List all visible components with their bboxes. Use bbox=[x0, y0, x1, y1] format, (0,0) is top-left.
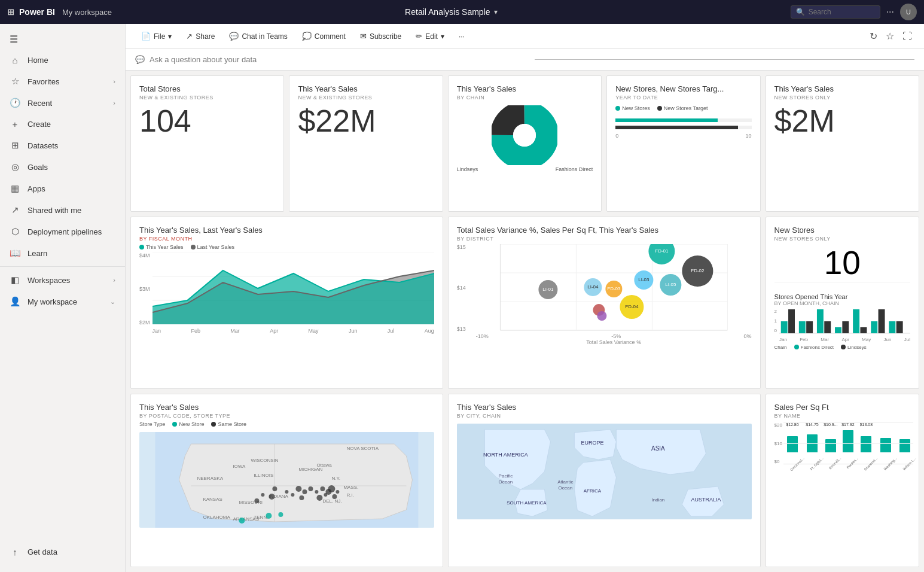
stores-opened-subtitle: BY OPEN MONTH, CHAIN bbox=[774, 300, 910, 306]
qa-bar: 💬 bbox=[126, 49, 924, 71]
postal-subtitle: BY POSTAL CODE, STORE TYPE bbox=[139, 413, 434, 419]
ns-target-title: New Stores, New Stores Targ... bbox=[615, 84, 751, 93]
svg-text:IOWA: IOWA bbox=[233, 464, 246, 469]
chat-button[interactable]: 💬 Chat in Teams bbox=[223, 29, 293, 44]
share-icon: ↗ bbox=[186, 32, 193, 41]
search-box[interactable]: 🔍 bbox=[791, 5, 880, 19]
svg-point-34 bbox=[597, 311, 606, 321]
svg-text:WISCONSIN: WISCONSIN bbox=[251, 458, 278, 463]
card-fiscal-month[interactable]: This Year's Sales, Last Year's Sales BY … bbox=[130, 217, 443, 390]
svg-text:DEL.: DEL. bbox=[322, 498, 333, 504]
svg-text:FD-01: FD-01 bbox=[655, 248, 669, 254]
card-postal[interactable]: This Year's Sales BY POSTAL CODE, STORE … bbox=[130, 394, 443, 567]
grid-icon[interactable]: ⊞ bbox=[7, 7, 14, 17]
topbar: ⊞ Power BI My workspace Retail Analysis … bbox=[0, 0, 924, 24]
svg-point-81 bbox=[295, 486, 301, 492]
qa-input[interactable] bbox=[150, 55, 530, 64]
sidebar-item-favorites[interactable]: ☆ Favorites › bbox=[0, 71, 125, 92]
target-track-new bbox=[615, 118, 751, 122]
us-map-svg: WISCONSIN NOVA SCOTIA NEBRASKA ILLINOIS … bbox=[139, 432, 434, 528]
sidebar-label-datasets: Datasets bbox=[28, 141, 58, 150]
svg-point-73 bbox=[324, 493, 327, 497]
workspaces-icon: ◧ bbox=[10, 275, 20, 285]
card-sales-chain[interactable]: This Year's Sales BY CHAIN Lindseys Fash… bbox=[448, 75, 602, 212]
svg-text:N.Y.: N.Y. bbox=[331, 476, 340, 481]
sidebar-label-create: Create bbox=[28, 120, 51, 129]
file-button[interactable]: 📄 File ▾ bbox=[135, 29, 178, 44]
card-sales-sqft[interactable]: Sales Per Sq Ft BY NAME $20 $10 $0 bbox=[766, 394, 919, 567]
sidebar-label-myworkspace: My workspace bbox=[28, 297, 77, 306]
svg-rect-48 bbox=[889, 321, 895, 333]
card-new-stores-target[interactable]: New Stores, New Stores Targ... YEAR TO D… bbox=[606, 75, 760, 212]
subscribe-button[interactable]: ✉ Subscribe bbox=[354, 29, 407, 44]
sob-y-axis: 2 1 0 bbox=[774, 309, 777, 342]
sidebar-label-shared: Shared with me bbox=[28, 206, 81, 215]
more-options-icon[interactable]: ··· bbox=[886, 7, 894, 17]
datasets-icon: ⊞ bbox=[10, 140, 20, 151]
card-sales-new-only[interactable]: This Year's Sales NEW STORES ONLY $2M bbox=[766, 75, 919, 212]
fullscreen-button[interactable]: ⛶ bbox=[900, 29, 914, 44]
variance-y-axis: $15 $14 $13 bbox=[457, 244, 474, 343]
new-stores-subtitle: NEW STORES ONLY bbox=[774, 236, 910, 242]
sidebar-item-shared[interactable]: ↗ Shared with me bbox=[0, 199, 125, 221]
svg-point-90 bbox=[278, 512, 283, 517]
hamburger-icon[interactable]: ☰ bbox=[0, 29, 125, 50]
sidebar-item-home[interactable]: ⌂ Home bbox=[0, 50, 125, 71]
sqft-chart-container: $20 $10 $0 $12.86 bbox=[774, 422, 910, 476]
target-bar-target bbox=[615, 126, 751, 129]
toolbar: 📄 File ▾ ↗ Share 💬 Chat in Teams 💭 Comme… bbox=[126, 24, 924, 49]
sidebar-item-apps[interactable]: ▦ Apps bbox=[0, 178, 125, 199]
apps-icon: ▦ bbox=[10, 183, 20, 194]
avatar[interactable]: U bbox=[900, 4, 917, 20]
comment-button[interactable]: 💭 Comment bbox=[296, 29, 352, 44]
sob-legend: Chain Fashions Direct Lindseys bbox=[774, 345, 910, 350]
svg-text:LI-03: LI-03 bbox=[638, 277, 649, 282]
sidebar-item-create[interactable]: + Create bbox=[0, 114, 125, 135]
variance-svg: FD-01 FD-02 LI-03 FD-03 bbox=[476, 244, 752, 331]
pie-svg bbox=[492, 105, 557, 165]
ns-target-legend: New Stores New Stores Target bbox=[615, 105, 751, 111]
search-input[interactable] bbox=[809, 8, 875, 16]
sidebar-label-getdata: Get data bbox=[28, 547, 57, 556]
search-icon: 🔍 bbox=[796, 8, 805, 16]
svg-rect-46 bbox=[871, 321, 877, 333]
fiscal-legend: This Year Sales Last Year Sales bbox=[139, 244, 434, 250]
recent-icon: 🕐 bbox=[10, 98, 20, 108]
svg-text:NEBRASKA: NEBRASKA bbox=[197, 476, 223, 481]
more-options-button[interactable]: ··· bbox=[453, 29, 471, 44]
svg-point-79 bbox=[336, 490, 339, 494]
sob-svg bbox=[779, 309, 910, 334]
sidebar-item-workspaces[interactable]: ◧ Workspaces › bbox=[0, 269, 125, 291]
create-icon: + bbox=[10, 119, 20, 129]
fashions-dot bbox=[794, 345, 799, 349]
workspace-label[interactable]: My workspace bbox=[62, 8, 112, 17]
card-variance[interactable]: Total Sales Variance %, Sales Per Sq Ft,… bbox=[448, 217, 761, 390]
shared-icon: ↗ bbox=[10, 205, 20, 215]
edit-button[interactable]: ✏ Edit ▾ bbox=[410, 29, 450, 44]
city-chain-title: This Year's Sales bbox=[457, 403, 752, 412]
edit-icon: ✏ bbox=[416, 32, 422, 41]
sidebar-item-goals[interactable]: ◎ Goals bbox=[0, 156, 125, 178]
card-city-chain[interactable]: This Year's Sales BY CITY, CHAIN bbox=[448, 394, 761, 567]
svg-text:LI-05: LI-05 bbox=[665, 282, 676, 287]
card-new-stores[interactable]: New Stores NEW STORES ONLY 10 Stores Ope… bbox=[766, 217, 919, 390]
topbar-right: 🔍 ··· U bbox=[791, 4, 917, 20]
title-chevron-icon[interactable]: ▾ bbox=[494, 8, 498, 16]
variance-chart-area: FD-01 FD-02 LI-03 FD-03 bbox=[476, 244, 752, 343]
pipelines-icon: ⬡ bbox=[10, 226, 20, 237]
card-total-stores[interactable]: Total Stores NEW & EXISTING STORES 104 bbox=[130, 75, 284, 212]
fiscal-chart-area: Jan Feb Mar Apr May Jun Jul Aug bbox=[153, 252, 434, 336]
favorite-button[interactable]: ☆ bbox=[883, 28, 896, 44]
sidebar-item-learn[interactable]: 📖 Learn bbox=[0, 242, 125, 264]
share-button[interactable]: ↗ Share bbox=[180, 29, 221, 44]
refresh-button[interactable]: ↻ bbox=[867, 28, 880, 44]
sidebar-item-pipelines[interactable]: ⬡ Deployment pipelines bbox=[0, 221, 125, 242]
sidebar-item-datasets[interactable]: ⊞ Datasets bbox=[0, 135, 125, 156]
sidebar-item-getdata[interactable]: ↑ Get data bbox=[0, 541, 125, 562]
card-sales-new-exist[interactable]: This Year's Sales NEW & EXISTING STORES … bbox=[289, 75, 443, 212]
qa-icon: 💬 bbox=[135, 55, 145, 64]
sales-ne-value: $22M bbox=[298, 105, 434, 136]
sidebar-item-myworkspace[interactable]: 👤 My workspace ⌄ bbox=[0, 291, 125, 312]
total-stores-title: Total Stores bbox=[139, 84, 275, 93]
sidebar-item-recent[interactable]: 🕐 Recent › bbox=[0, 92, 125, 114]
